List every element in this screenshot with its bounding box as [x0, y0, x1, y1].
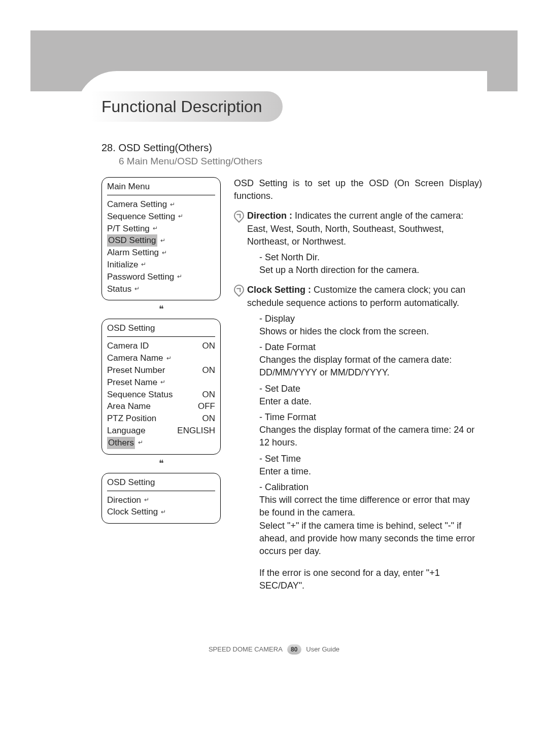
submenu-icon: ↵ — [170, 200, 175, 209]
arrow-bullet-icon — [232, 283, 246, 297]
heading-text: Functional Description — [101, 97, 262, 116]
set-north-text: Set up a North direction for the camera. — [259, 264, 482, 277]
menu-item: P/T Setting↵ — [107, 223, 215, 235]
menu-item-label: Initialize — [107, 259, 138, 271]
clock-block: Clock Setting : Customize the camera clo… — [234, 284, 482, 592]
clock-sub-label: - Date Format — [259, 341, 482, 354]
submenu-icon: ↵ — [178, 212, 183, 221]
section-number: 28. — [101, 142, 116, 153]
menu-item: Camera IDON — [107, 340, 215, 352]
clock-sub-label: - Display — [259, 313, 482, 325]
clock-sub-item: - Set TimeEnter a time. — [259, 453, 482, 478]
menu-item: Password Setting↵ — [107, 271, 215, 283]
clock-sub-text: Changes the display format of the camera… — [259, 424, 482, 449]
menu-item-value: ON — [202, 340, 216, 352]
clock-sub-item: - DisplayShows or hides the clock from t… — [259, 313, 482, 338]
submenu-icon: ↵ — [162, 249, 167, 257]
menu-item-label: Status — [107, 283, 131, 295]
clock-sub-text: Enter a date. — [259, 395, 482, 408]
menu-item-label: Camera Setting — [107, 198, 167, 211]
clock-sub-item: - Date FormatChanges the display format … — [259, 341, 482, 380]
footer: SPEED DOME CAMERA 80 User Guide — [0, 644, 548, 655]
menu-item: Initialize↵ — [107, 259, 215, 271]
menu-item-label: Preset Name — [107, 376, 157, 389]
menu-item: Area NameOFF — [107, 400, 215, 413]
menu-item: OSD Setting↵ — [107, 234, 215, 247]
footer-left: SPEED DOME CAMERA — [209, 645, 282, 653]
breadcrumb-prefix: 6 — [119, 156, 124, 166]
submenu-icon: ↵ — [134, 285, 140, 293]
menu-title: OSD Setting — [107, 477, 215, 488]
menu-item-label: Preset Number — [107, 364, 165, 376]
clock-sub-text: Shows or hides the clock from the screen… — [259, 325, 482, 338]
page: Functional Description 28. OSD Setting(O… — [0, 0, 548, 756]
menu-item: Sequence Setting↵ — [107, 211, 215, 223]
clock-sub-text: Enter a time. — [259, 465, 482, 478]
menu-item-value: ON — [202, 364, 216, 376]
submenu-icon: ↵ — [141, 260, 146, 269]
menu-item-label: Camera Name — [107, 352, 163, 364]
set-north-label: - Set North Dir. — [259, 251, 482, 264]
menu-item-label: Area Name — [107, 400, 151, 413]
osd-menu-box-2: OSD Setting Direction↵Clock Setting↵ — [101, 473, 221, 524]
menu-item-label: Sequence Setting — [107, 211, 175, 223]
enter-icon: ↵ — [160, 236, 165, 245]
menu-item-label: Direction — [107, 494, 141, 506]
menu-item: PTZ PositionON — [107, 413, 215, 425]
osd-menu-box-1: OSD Setting Camera IDONCamera Name↵Prese… — [101, 319, 221, 454]
menu-item-label: OSD Setting — [107, 234, 157, 247]
clock-sub-item: - Set DateEnter a date. — [259, 383, 482, 408]
menu-item-value: ON — [202, 389, 216, 401]
menu-item: Camera Name↵ — [107, 352, 215, 364]
menu-item-value: OFF — [198, 400, 215, 413]
page-heading: Functional Description — [91, 91, 283, 122]
menu-item: Camera Setting↵ — [107, 198, 215, 211]
direction-block: Direction : Indicates the current angle … — [234, 210, 482, 277]
menu-item-label: PTZ Position — [107, 413, 156, 425]
menu-item: LanguageENGLISH — [107, 425, 215, 437]
submenu-icon: ↵ — [177, 272, 182, 281]
down-arrow-icon: ❝ — [101, 304, 221, 314]
clock-sub-label: - Set Date — [259, 383, 482, 395]
menu-item-label: Others — [107, 437, 135, 449]
menu-item: Direction↵ — [107, 494, 215, 506]
down-arrow-icon: ❝ — [101, 459, 221, 468]
menu-item-label: Language — [107, 425, 146, 437]
menu-item-label: Camera ID — [107, 340, 149, 352]
menu-item: Status↵ — [107, 283, 215, 295]
submenu-icon: ↵ — [166, 354, 172, 363]
submenu-icon: ↵ — [160, 378, 165, 387]
submenu-icon: ↵ — [153, 224, 158, 233]
menu-item: Sequence StatusON — [107, 389, 215, 401]
direction-label: Direction : — [247, 211, 292, 221]
menu-item-label: Alarm Setting — [107, 247, 159, 259]
menu-title: Main Menu — [107, 182, 215, 192]
description-column: OSD Setting is to set up the OSD (On Scr… — [234, 177, 482, 592]
menu-item: Clock Setting↵ — [107, 506, 215, 518]
clock-label: Clock Setting : — [247, 285, 311, 295]
menu-item: Preset NumberON — [107, 364, 215, 376]
menu-column: Main Menu Camera Setting↵Sequence Settin… — [101, 177, 221, 592]
clock-sub-text: Changes the display format of the camera… — [259, 354, 482, 379]
submenu-icon: ↵ — [144, 496, 149, 504]
clock-sub-item: - Time FormatChanges the display format … — [259, 411, 482, 450]
main-menu-box: Main Menu Camera Setting↵Sequence Settin… — [101, 177, 221, 300]
clock-sub-label: - Time Format — [259, 411, 482, 424]
menu-item: Alarm Setting↵ — [107, 247, 215, 259]
menu-item: Others↵ — [107, 437, 215, 449]
breadcrumb: 6 Main Menu/OSD Setting/Others — [119, 156, 482, 167]
enter-icon: ↵ — [138, 438, 143, 447]
page-number: 80 — [287, 644, 301, 655]
clock-sub-item: - CalibrationThis will correct the time … — [259, 481, 482, 558]
clock-sub-text: This will correct the time difference or… — [259, 494, 482, 558]
menu-item-label: P/T Setting — [107, 223, 150, 235]
menu-title: OSD Setting — [107, 323, 215, 333]
menu-item-value: ENGLISH — [177, 425, 215, 437]
footer-right: User Guide — [306, 645, 339, 653]
arrow-bullet-icon — [232, 209, 246, 223]
menu-item-label: Sequence Status — [107, 389, 173, 401]
menu-item: Preset Name↵ — [107, 376, 215, 389]
submenu-icon: ↵ — [161, 508, 166, 517]
intro-text: OSD Setting is to set up the OSD (On Scr… — [234, 177, 482, 202]
menu-item-value: ON — [202, 413, 216, 425]
